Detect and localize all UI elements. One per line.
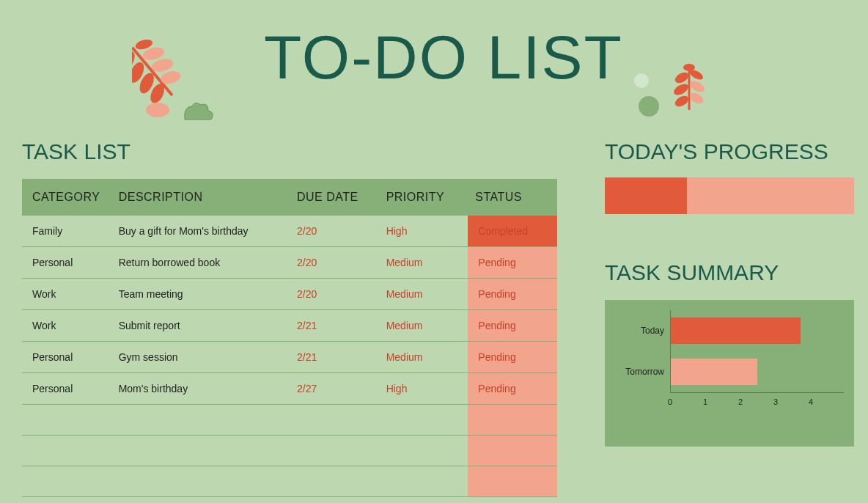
chart-bar-area [670, 351, 844, 392]
progress-section: TODAY'S PROGRESS [605, 139, 854, 214]
cell-priority[interactable]: High [379, 216, 468, 247]
svg-point-17 [683, 64, 695, 71]
chart-tick: 1 [703, 397, 738, 406]
chart-bar [671, 359, 757, 385]
table-row-empty[interactable] [22, 436, 557, 466]
cell-category[interactable]: Work [22, 310, 111, 342]
page-title: TO-DO LIST [264, 22, 623, 93]
cell-status[interactable]: Pending [468, 247, 557, 279]
table-row[interactable]: PersonalGym session2/21MediumPending [22, 342, 557, 373]
cell-description[interactable]: Buy a gift for Mom's birthday [111, 216, 290, 247]
cell-description[interactable]: Return borrowed book [111, 247, 290, 279]
chart-bar [671, 317, 801, 344]
cell-status[interactable]: Pending [468, 310, 557, 342]
progress-bar [605, 177, 854, 214]
svg-point-13 [672, 81, 690, 97]
col-status[interactable]: STATUS [468, 179, 557, 216]
cell-status[interactable]: Pending [468, 342, 557, 373]
cell-due[interactable]: 2/20 [290, 216, 379, 247]
leaf-decoration-left [132, 26, 235, 128]
task-list-section: TASK LIST CATEGORY DESCRIPTION DUE DATE … [22, 139, 564, 497]
header: TO-DO LIST [0, 0, 868, 128]
cell-description[interactable]: Mom's birthday [111, 373, 290, 405]
cell-status-empty[interactable] [468, 436, 557, 466]
task-list-heading: TASK LIST [22, 139, 564, 164]
cell-priority[interactable]: High [379, 373, 468, 405]
col-priority[interactable]: PRIORITY [379, 179, 468, 216]
cell-due[interactable]: 2/21 [290, 310, 379, 342]
svg-point-9 [634, 73, 649, 88]
svg-point-11 [673, 94, 690, 109]
cell-status[interactable]: Completed [468, 216, 557, 247]
svg-point-12 [688, 91, 705, 106]
table-row[interactable]: WorkTeam meeting2/20MediumPending [22, 279, 557, 310]
chart-bar-area [670, 310, 844, 351]
summary-section: TASK SUMMARY TodayTomorrow 01234 [605, 260, 854, 447]
table-row[interactable]: PersonalMom's birthday2/27HighPending [22, 373, 557, 405]
table-row-empty[interactable] [22, 466, 557, 497]
cell-status-empty[interactable] [468, 405, 557, 436]
cell-description[interactable]: Submit report [111, 310, 290, 342]
chart-category-label: Today [615, 326, 670, 336]
cell-priority[interactable]: Medium [379, 279, 468, 310]
chart-tick: 2 [738, 397, 773, 406]
col-category[interactable]: CATEGORY [22, 179, 111, 216]
cell-priority[interactable]: Medium [379, 247, 468, 279]
cell-category[interactable]: Personal [22, 373, 111, 405]
cell-category[interactable]: Personal [22, 247, 111, 279]
chart-x-axis: 01234 [670, 392, 844, 406]
cell-category[interactable]: Work [22, 279, 111, 310]
svg-point-15 [673, 70, 690, 85]
svg-point-8 [146, 103, 169, 117]
chart-tick: 0 [668, 397, 703, 406]
progress-fill [605, 177, 687, 214]
chart-row: Today [615, 310, 844, 351]
cell-description[interactable]: Gym session [111, 342, 290, 373]
cell-priority[interactable]: Medium [379, 310, 468, 342]
cell-due[interactable]: 2/20 [290, 247, 379, 279]
chart-category-label: Tomorrow [615, 367, 670, 377]
table-row-empty[interactable] [22, 405, 557, 436]
svg-point-10 [639, 96, 659, 117]
progress-heading: TODAY'S PROGRESS [605, 139, 854, 164]
table-row[interactable]: PersonalReturn borrowed book2/20MediumPe… [22, 247, 557, 279]
svg-point-14 [688, 78, 706, 94]
table-header-row: CATEGORY DESCRIPTION DUE DATE PRIORITY S… [22, 179, 557, 216]
cell-due[interactable]: 2/21 [290, 342, 379, 373]
leaf-decoration-right [630, 51, 718, 125]
summary-heading: TASK SUMMARY [605, 260, 854, 285]
cell-description[interactable]: Team meeting [111, 279, 290, 310]
cell-due[interactable]: 2/27 [290, 373, 379, 405]
cell-status[interactable]: Pending [468, 279, 557, 310]
col-due-date[interactable]: DUE DATE [290, 179, 379, 216]
cell-category[interactable]: Personal [22, 342, 111, 373]
cell-category[interactable]: Family [22, 216, 111, 247]
cell-due[interactable]: 2/20 [290, 279, 379, 310]
cell-status-empty[interactable] [468, 466, 557, 497]
table-row[interactable]: FamilyBuy a gift for Mom's birthday2/20H… [22, 216, 557, 247]
task-table: CATEGORY DESCRIPTION DUE DATE PRIORITY S… [22, 179, 557, 497]
table-row[interactable]: WorkSubmit report2/21MediumPending [22, 310, 557, 342]
cell-status[interactable]: Pending [468, 373, 557, 405]
chart-row: Tomorrow [615, 351, 844, 392]
chart-tick: 4 [809, 397, 844, 406]
col-description[interactable]: DESCRIPTION [111, 179, 290, 216]
cell-priority[interactable]: Medium [379, 342, 468, 373]
summary-chart: TodayTomorrow 01234 [605, 300, 854, 447]
chart-tick: 3 [773, 397, 809, 406]
